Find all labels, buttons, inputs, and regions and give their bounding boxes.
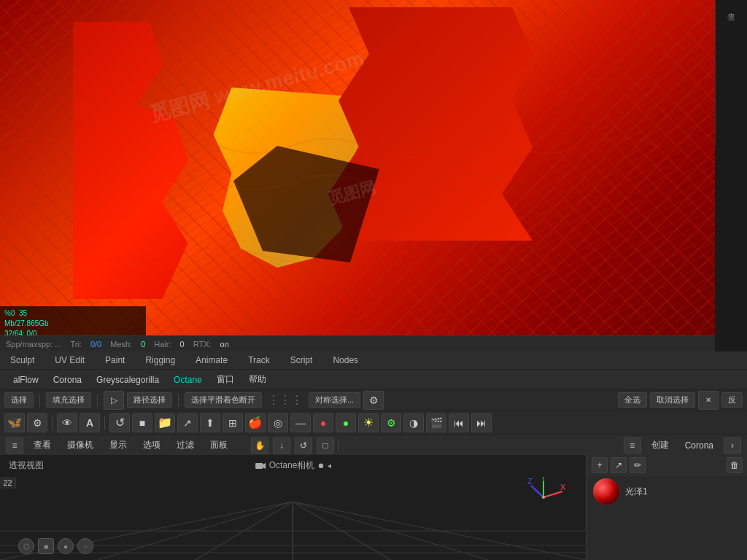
tab-track[interactable]: Track — [238, 351, 280, 369]
axes-svg: Z Y X — [520, 477, 568, 517]
rtx-label: RTX: — [193, 340, 212, 349]
tab-paint[interactable]: Paint — [95, 351, 135, 369]
vp-camera[interactable]: 摄像机 — [61, 435, 99, 455]
svg-rect-0 — [255, 463, 263, 469]
btn-shape-circle[interactable]: ● — [58, 538, 74, 554]
vp-options[interactable]: 选项 — [137, 435, 166, 455]
sep3 — [178, 394, 179, 407]
btn-minus-bar[interactable]: — — [290, 413, 311, 432]
tab-uvedit[interactable]: UV Edit — [44, 351, 95, 369]
btn-circle-green[interactable]: ● — [336, 413, 356, 432]
menu-alflow[interactable]: alFlow — [6, 370, 46, 389]
vp-arrow-right[interactable]: › — [724, 438, 741, 454]
svg-line-16 — [543, 491, 562, 497]
vp-down[interactable]: ↓ — [273, 438, 290, 454]
btn-shape-square[interactable]: ■ — [38, 538, 54, 554]
vp-corona[interactable]: Corona — [679, 435, 719, 455]
btn-arrow-prop[interactable]: ↗ — [611, 457, 627, 473]
tri-value: 0/0 — [90, 340, 101, 349]
menu-greyscalegorilla[interactable]: Greyscalegorilla — [89, 370, 166, 389]
btn-grid[interactable]: ⊞ — [222, 413, 243, 432]
menu-help[interactable]: 帮助 — [241, 370, 274, 389]
vp-display[interactable]: 显示 — [104, 435, 133, 455]
vp-dots[interactable]: ≡ — [624, 438, 641, 454]
sep2 — [97, 394, 98, 407]
right-properties-panel: + ↗ ✏ 🗑 光泽1 — [587, 455, 747, 560]
selection-toolbar: 选择 填充选择 ▷ 路径选择 选择平滑着色断开 ⋮⋮⋮ 对称选择... ⚙ 全选… — [0, 389, 747, 410]
btn-shape-circle2[interactable]: ○ — [77, 538, 93, 554]
render-overlay-svg — [0, 0, 715, 357]
info-bar: Spp/maxspp: ... Tri: 0/0 Mesh: 0 Hair: 0… — [0, 335, 715, 351]
tab-nodes[interactable]: Nodes — [322, 351, 368, 369]
btn-text-a[interactable]: A — [80, 413, 100, 432]
btn-fill-select[interactable]: 填充选择 — [46, 392, 91, 408]
btn-add-prop[interactable]: + — [592, 457, 608, 473]
btn-prev-frame[interactable]: ⏮ — [449, 413, 469, 432]
camera-label-text: Octane相机 — [269, 459, 315, 472]
btn-record[interactable]: ● — [313, 413, 333, 432]
btn-sun[interactable]: ☀ — [358, 413, 379, 432]
btn-export-link[interactable]: ↗ — [177, 413, 198, 432]
btn-gear-anim[interactable]: ⚙ — [381, 413, 401, 432]
vp-filter[interactable]: 过滤 — [171, 435, 200, 455]
viewport-bottom: ≡ 查看 摄像机 显示 选项 过滤 面板 ✋ ↓ ↺ □ ≡ 创建 Corona… — [0, 435, 747, 560]
btn-select[interactable]: 选择 — [4, 392, 34, 408]
vp-menu-btn[interactable]: ≡ — [6, 438, 23, 454]
btn-apple[interactable]: 🍎 — [245, 413, 266, 432]
main-render-viewport: 觅图网 www.meitu.com 觅图网 %0 35 Mb/27.865Gb … — [0, 0, 715, 357]
viewport-3d[interactable]: 透视视图 Octane相机 ⏺ ◂ — [0, 455, 587, 560]
btn-film[interactable]: 🎬 — [426, 413, 446, 432]
tab-script[interactable]: Script — [280, 351, 323, 369]
vp-create[interactable]: 创建 — [646, 435, 675, 455]
camera-arrow: ◂ — [328, 462, 331, 470]
btn-invert[interactable]: 反 — [721, 392, 743, 408]
material-name-label: 光泽1 — [625, 486, 648, 498]
viewport-perspective-label: 透视视图 — [9, 459, 44, 472]
tab-sculpt[interactable]: Sculpt — [0, 351, 44, 369]
btn-settings[interactable]: ⚙ — [363, 391, 384, 410]
btn-next-frame[interactable]: ⏭ — [471, 413, 492, 432]
btn-contrast[interactable]: ◑ — [403, 413, 424, 432]
btn-export2[interactable]: ⬆ — [200, 413, 220, 432]
btn-shape-hex[interactable]: ⬡ — [18, 538, 34, 554]
vp-view[interactable]: 查看 — [28, 435, 57, 455]
btn-select-all[interactable]: 全选 — [618, 392, 647, 408]
mode-tabs: Sculpt UV Edit Paint Rigging Animate Tra… — [0, 351, 747, 369]
btn-smooth-select[interactable]: 选择平滑着色断开 — [185, 392, 262, 408]
plugin-menubar: alFlow Corona Greyscalegorilla Octane 窗口… — [0, 369, 747, 389]
toolbar2-sep1 — [52, 416, 53, 430]
btn-deselect[interactable]: 取消选择 — [650, 392, 695, 408]
hair-label: Hair: — [154, 340, 171, 349]
btn-target[interactable]: ◎ — [268, 413, 288, 432]
btn-path-select[interactable]: 路径选择 — [127, 392, 172, 408]
btn-edit-prop[interactable]: ✏ — [630, 457, 646, 473]
btn-deselect-icon[interactable]: ✕ — [698, 391, 719, 410]
btn-rotate[interactable]: ↺ — [109, 413, 130, 432]
dots-sep: ⋮⋮⋮ — [268, 393, 303, 407]
btn-folder[interactable]: 📁 — [155, 413, 175, 432]
btn-arrow[interactable]: ▷ — [104, 391, 124, 410]
vp-hand[interactable]: ✋ — [251, 438, 268, 454]
status-percent: %0 35 — [4, 308, 142, 319]
menu-corona[interactable]: Corona — [46, 370, 89, 389]
mesh-value: 0 — [141, 340, 145, 349]
btn-butterfly[interactable]: 🦋 — [4, 413, 25, 432]
vp-orbit[interactable]: ↺ — [295, 438, 312, 454]
material-entry[interactable]: 光泽1 — [587, 475, 747, 508]
menu-octane[interactable]: Octane — [166, 370, 209, 389]
btn-sym-select[interactable]: 对称选择... — [309, 392, 360, 408]
menu-window[interactable]: 窗口 — [209, 370, 241, 389]
btn-square[interactable]: ■ — [132, 413, 152, 432]
vp-panel[interactable]: 面板 — [204, 435, 233, 455]
vp-frame[interactable]: □ — [317, 438, 334, 454]
tri-label: Tri: — [70, 340, 81, 349]
svg-text:X: X — [560, 483, 566, 491]
btn-delete-prop[interactable]: 🗑 — [727, 457, 743, 473]
tab-animate[interactable]: Animate — [185, 351, 238, 369]
btn-settings2[interactable]: ⚙ — [27, 413, 47, 432]
btn-eye[interactable]: 👁 — [57, 413, 77, 432]
tab-rigging[interactable]: Rigging — [135, 351, 185, 369]
top-right-panel: 查 — [715, 0, 747, 146]
camera-record-dot: ⏺ — [317, 462, 325, 470]
svg-text:Z: Z — [527, 477, 533, 486]
